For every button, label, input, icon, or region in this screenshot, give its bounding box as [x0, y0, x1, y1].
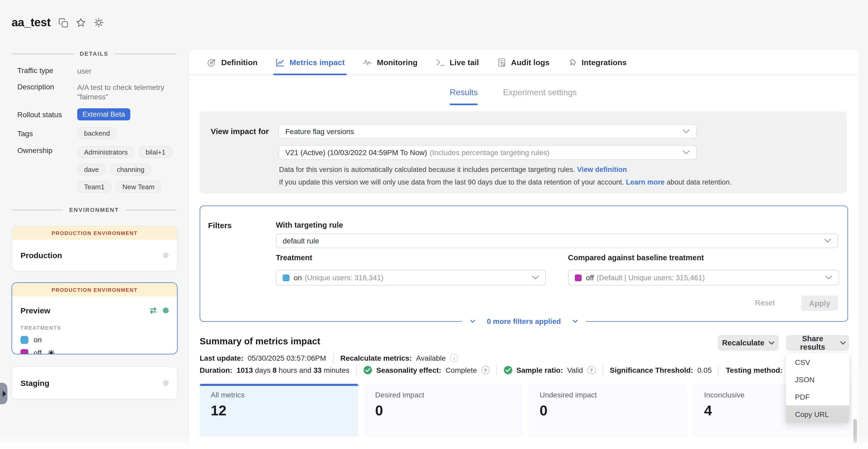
baseline-treatment-label: Compared against baseline treatment: [568, 253, 704, 262]
chevron-down-icon: [825, 275, 832, 280]
sidebar-expand-handle[interactable]: [0, 383, 7, 404]
baseline-note: (Default | Unique users: 315,461): [597, 273, 705, 282]
menu-item-pdf[interactable]: PDF: [786, 388, 849, 406]
tab-label: Definition: [221, 58, 257, 67]
menu-item-copy-url[interactable]: Copy URL: [786, 406, 849, 423]
info-text: Data for this version is automatically c…: [279, 166, 575, 174]
reset-button[interactable]: Reset: [755, 299, 775, 307]
more-filters-toggle[interactable]: 0 more filters applied: [462, 316, 586, 327]
vertical-scrollbar[interactable]: [852, 353, 859, 449]
last-update-value: 05/30/2025 03:57:06PM: [247, 354, 326, 362]
metric-card-undesired-impact[interactable]: Undesired impact 0: [529, 384, 687, 437]
question-icon[interactable]: ?: [481, 366, 490, 375]
info-text: If you update this version we will only …: [279, 178, 624, 186]
retention-info-line: If you update this version we will only …: [279, 178, 732, 186]
divider: [718, 365, 719, 375]
metric-card-label: All metrics: [211, 391, 245, 399]
treatment-color-on: [283, 274, 289, 281]
tab-definition[interactable]: Definition: [207, 50, 257, 74]
menu-item-json[interactable]: JSON: [786, 371, 849, 388]
tab-integrations[interactable]: Integrations: [567, 50, 627, 74]
treatment-color-off: [21, 349, 28, 354]
more-filters-label: 0 more filters applied: [487, 317, 561, 325]
tab-monitoring[interactable]: Monitoring: [363, 50, 417, 74]
view-impact-label: View impact for: [211, 127, 269, 136]
owner-pill: Administrators: [77, 146, 134, 158]
chevron-down-icon: [824, 238, 831, 243]
divider: [333, 353, 333, 363]
tab-label: Monitoring: [377, 58, 417, 67]
selected-value: V21 (Active) (10/03/2022 04:59PM To Now): [285, 148, 427, 157]
metric-card-label: Undesired impact: [539, 391, 597, 399]
apply-button[interactable]: Apply: [801, 296, 838, 311]
environment-card-staging[interactable]: Staging: [11, 366, 178, 399]
ownership-label: Ownership: [17, 146, 77, 193]
question-icon[interactable]: ?: [587, 366, 595, 375]
duration-value: 1013 days 8 hours and 33 minutes: [237, 366, 349, 375]
baseline-treatment-select[interactable]: off (Default | Unique users: 315,461): [568, 270, 839, 286]
duration-word: days: [255, 366, 271, 375]
description-value: A/A test to check telemetry "fairness": [77, 83, 177, 101]
impact-scope-select[interactable]: Feature flag versions: [278, 124, 697, 139]
environment-divider: ENVIRONMENT: [11, 207, 177, 213]
view-definition-link[interactable]: View definition: [577, 166, 627, 174]
production-environment-banner: PRODUCTION ENVIRONMENT: [12, 226, 177, 240]
treatment-row: off: [21, 349, 177, 354]
treatment-select[interactable]: on (Unique users: 316,341): [276, 270, 546, 286]
environment-card-production[interactable]: PRODUCTION ENVIRONMENT Production: [11, 226, 178, 271]
scrollbar-thumb[interactable]: [853, 419, 857, 443]
button-label: Recalculate: [722, 338, 764, 347]
treatment-label: off: [34, 349, 42, 354]
treatments-title: TREATMENTS: [21, 325, 177, 331]
version-note: (Includes percentage targeting rules): [430, 148, 550, 157]
environment-card-preview[interactable]: PRODUCTION ENVIRONMENT Preview TREATMENT…: [11, 282, 178, 354]
gear-icon[interactable]: [94, 17, 104, 28]
divider: [496, 365, 497, 375]
metric-card-value: 0: [375, 403, 383, 419]
treatment-label: on: [34, 335, 42, 344]
app-root: aa_test DETAILS Traffic type user Descri…: [0, 0, 868, 449]
chevron-down-icon: [572, 320, 578, 323]
metric-card-all-metrics[interactable]: All metrics 12: [200, 384, 358, 437]
tag-pill: backend: [77, 127, 117, 139]
swap-icon: [149, 306, 158, 314]
selected-value: off: [586, 273, 594, 282]
owner-pill: bilal+1: [139, 146, 172, 158]
details-title: DETAILS: [80, 51, 108, 57]
sidebar: aa_test DETAILS Traffic type user Descri…: [0, 0, 189, 449]
chevron-down-icon: [532, 275, 539, 280]
chevron-down-icon: [840, 341, 846, 345]
tab-audit-logs[interactable]: Audit logs: [497, 50, 550, 74]
metric-card-label: Inconclusive: [704, 391, 745, 399]
copy-icon[interactable]: [58, 17, 68, 28]
seasonality-label: Seasonality effect:: [376, 366, 441, 375]
menu-item-csv[interactable]: CSV: [786, 353, 849, 371]
view-impact-section: View impact for Feature flag versions V2…: [200, 112, 847, 193]
subtab-experiment-settings[interactable]: Experiment settings: [503, 88, 577, 105]
tab-metrics-impact[interactable]: Metrics impact: [275, 50, 345, 74]
status-dot-active: [163, 307, 169, 313]
details-section: Traffic type user Description A/A test t…: [17, 66, 177, 193]
version-select[interactable]: V21 (Active) (10/03/2022 04:59PM To Now)…: [278, 145, 697, 160]
owner-pill: dave: [77, 163, 105, 176]
target-icon: [207, 58, 216, 67]
duration-word: minutes: [324, 366, 349, 375]
share-results-button[interactable]: Share results: [786, 335, 849, 351]
recalculate-metrics-label: Recalculate metrics:: [340, 354, 412, 362]
significance-label: Significance Threshold:: [610, 366, 693, 375]
metric-card-desired-impact[interactable]: Desired impact 0: [364, 384, 523, 437]
flag-header: aa_test: [11, 16, 104, 29]
targeting-rule-select[interactable]: default rule: [276, 234, 838, 248]
learn-more-link[interactable]: Learn more: [626, 178, 665, 186]
owner-pill: channing: [110, 163, 151, 176]
status-dot: [163, 252, 169, 258]
recalculate-button[interactable]: Recalculate: [718, 335, 779, 351]
star-icon[interactable]: [76, 17, 87, 28]
tab-live-tail[interactable]: Live tail: [435, 50, 479, 74]
owners-list: Administrators bilal+1 dave channing Tea…: [77, 146, 177, 193]
subtab-results[interactable]: Results: [450, 88, 478, 105]
summary-title: Summary of metrics impact: [200, 336, 320, 347]
tab-label: Metrics impact: [289, 58, 345, 67]
info-icon[interactable]: i: [450, 354, 459, 362]
chevron-down-icon: [470, 320, 475, 323]
